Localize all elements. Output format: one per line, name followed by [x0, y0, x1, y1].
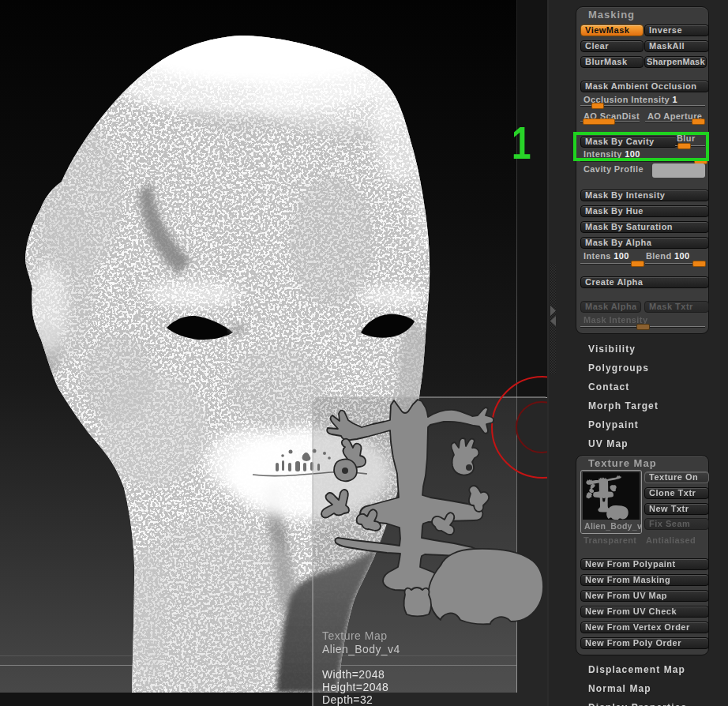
svg-text:Alien_Body_v4: Alien_Body_v4: [322, 643, 400, 655]
svg-text:Height=2048: Height=2048: [322, 681, 388, 693]
svg-text:Alien_Body_v: Alien_Body_v: [584, 521, 641, 531]
svg-text:Depth=32: Depth=32: [322, 693, 373, 706]
svg-text:Width=2048: Width=2048: [322, 668, 385, 681]
svg-text:Texture Map: Texture Map: [322, 629, 388, 642]
